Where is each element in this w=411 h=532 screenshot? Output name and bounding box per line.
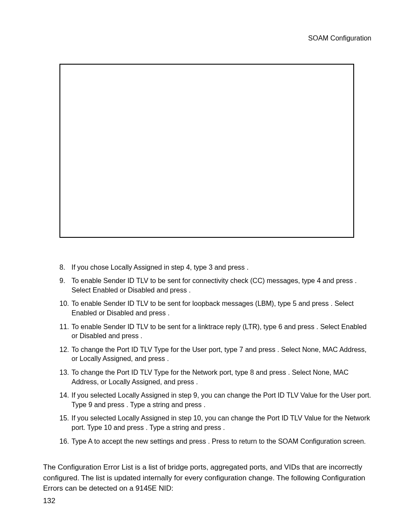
step-text: To enable Sender ID TLV to be sent for a… — [72, 322, 371, 341]
step-number: 16. — [59, 437, 72, 446]
step-text: To change the Port ID TLV Type for the N… — [72, 368, 371, 386]
step: 8. If you chose Locally Assigned in step… — [59, 263, 371, 272]
step: 12. To change the Port ID TLV Type for t… — [59, 345, 371, 364]
step-number: 10. — [59, 299, 72, 308]
step-number: 9. — [59, 276, 72, 286]
step: 9. To enable Sender ID TLV to be sent fo… — [59, 276, 371, 295]
step-number: 12. — [59, 345, 72, 355]
step-text: If you selected Locally Assigned in step… — [72, 391, 371, 409]
step-number: 11. — [59, 322, 72, 332]
step-number: 14. — [59, 391, 72, 400]
step: 13. To change the Port ID TLV Type for t… — [59, 368, 371, 386]
step-text: If you selected Locally Assigned in step… — [72, 414, 371, 432]
page-number: 132 — [43, 496, 55, 506]
step: 14. If you selected Locally Assigned in … — [59, 391, 371, 409]
step: 11. To enable Sender ID TLV to be sent f… — [59, 322, 371, 341]
step-number: 13. — [59, 368, 72, 377]
step-text: If you chose Locally Assigned in step 4,… — [72, 263, 371, 272]
step: 10. To enable Sender ID TLV to be sent f… — [59, 299, 371, 317]
step-text: To enable Sender ID TLV to be sent for c… — [72, 276, 371, 295]
step: 15. If you selected Locally Assigned in … — [59, 414, 371, 432]
figure-placeholder — [59, 64, 354, 238]
step-text: To enable Sender ID TLV to be sent for l… — [72, 299, 371, 317]
page: SOAM Configuration 8. If you chose Local… — [0, 0, 411, 532]
step-text: To change the Port ID TLV Type for the U… — [72, 345, 371, 364]
step: 16. Type A to accept the new settings an… — [59, 437, 371, 446]
step-number: 15. — [59, 414, 72, 423]
procedure-steps: 8. If you chose Locally Assigned in step… — [59, 263, 371, 446]
running-header: SOAM Configuration — [43, 34, 371, 43]
step-text: Type A to accept the new settings and pr… — [72, 437, 371, 446]
body-paragraph: The Configuration Error List is a list o… — [43, 462, 371, 494]
step-number: 8. — [59, 263, 72, 272]
